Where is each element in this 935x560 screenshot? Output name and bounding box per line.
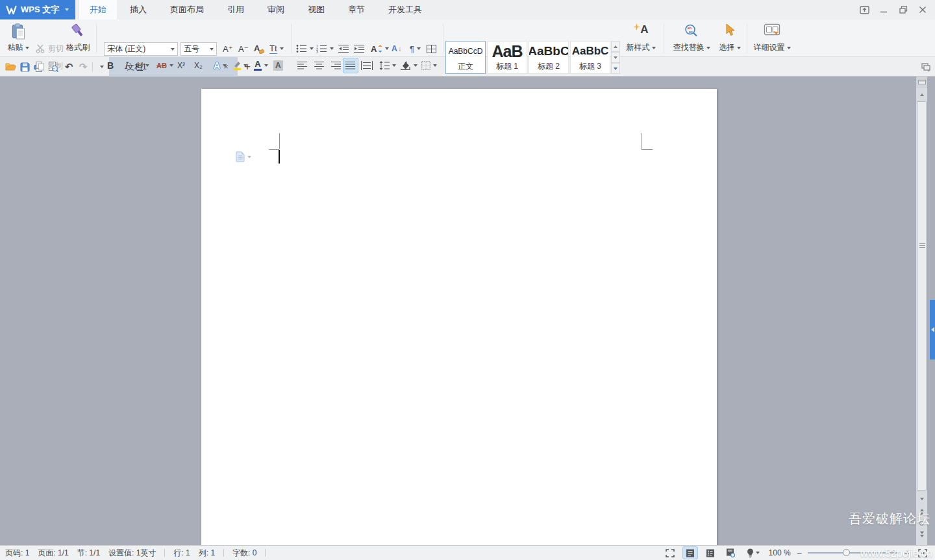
eye-protection-button[interactable] xyxy=(743,547,763,559)
table-grid-button[interactable] xyxy=(425,42,438,56)
page-view-button[interactable] xyxy=(683,547,697,559)
text-cursor xyxy=(279,150,280,164)
paragraph-mark-button[interactable]: ¶ xyxy=(408,42,423,56)
font-family-select[interactable]: 宋体 (正文) xyxy=(104,42,178,56)
style-heading2[interactable]: AaBbC 标题 2 xyxy=(529,41,569,74)
tab-view[interactable]: 视图 xyxy=(296,0,336,19)
select-button[interactable]: 选择 xyxy=(714,21,745,55)
distribute-button[interactable] xyxy=(359,58,375,73)
fullscreen-view-button[interactable] xyxy=(663,547,677,559)
format-painter-button[interactable]: 格式刷 xyxy=(62,21,94,55)
font-family-value: 宋体 (正文) xyxy=(107,43,145,55)
underline-button[interactable]: U xyxy=(135,58,151,73)
sort-letter: A xyxy=(392,44,397,53)
style-normal[interactable]: AaBbCcD 正文 xyxy=(445,41,486,74)
hide-window-button[interactable] xyxy=(854,0,874,19)
zoom-out-button[interactable]: − xyxy=(797,548,802,558)
sort-button[interactable]: A ↓ xyxy=(390,42,404,56)
justify-button[interactable] xyxy=(343,58,358,73)
next-page-button[interactable] xyxy=(916,529,927,540)
status-pages[interactable]: 页面: 1/1 xyxy=(38,548,68,559)
text-effect-button[interactable]: A xyxy=(212,58,229,73)
tab-insert[interactable]: 插入 xyxy=(118,0,158,19)
status-line[interactable]: 行: 1 xyxy=(173,548,190,559)
shrink-font-button[interactable]: A⁻ xyxy=(236,42,251,56)
grow-font-button[interactable]: A⁺ xyxy=(221,42,235,56)
shrink-font-label: A⁻ xyxy=(238,44,249,54)
superscript-button[interactable]: X² xyxy=(175,58,187,73)
vertical-scrollbar[interactable] xyxy=(916,77,927,545)
clear-format-button[interactable]: A xyxy=(252,42,266,56)
style-label: 标题 3 xyxy=(579,61,601,72)
align-right-button[interactable] xyxy=(329,58,343,73)
status-preset[interactable]: 设置值: 1英寸 xyxy=(108,548,156,559)
style-gallery-more-button[interactable] xyxy=(611,63,620,74)
style-heading3[interactable]: AaBbC 标题 3 xyxy=(570,41,610,74)
zoom-slider-handle[interactable] xyxy=(843,549,850,556)
divider xyxy=(223,549,224,557)
font-color-button[interactable]: A xyxy=(252,58,270,73)
borders-button[interactable] xyxy=(419,58,439,73)
task-pane-handle[interactable] xyxy=(930,300,935,359)
borders-icon xyxy=(421,61,430,70)
copy-button[interactable]: 复制 xyxy=(34,58,65,73)
style-gallery-down-button[interactable] xyxy=(611,52,620,63)
char-shading-button[interactable]: A xyxy=(271,58,285,73)
paste-options-button[interactable] xyxy=(235,151,251,162)
new-style-button[interactable]: A 新样式 xyxy=(623,21,658,55)
cut-button[interactable]: 剪切 xyxy=(34,42,66,56)
highlight-button[interactable] xyxy=(231,58,249,73)
task-window-button[interactable] xyxy=(919,60,932,73)
tab-references[interactable]: 引用 xyxy=(216,0,256,19)
document-area[interactable]: 吾爱破解论坛 xyxy=(0,77,935,545)
ruler-toggle-button[interactable] xyxy=(916,77,927,88)
close-button[interactable] xyxy=(913,0,932,19)
text-tool-button[interactable]: A xyxy=(369,42,391,56)
status-column[interactable]: 列: 1 xyxy=(199,548,215,559)
tab-review[interactable]: 审阅 xyxy=(256,0,296,19)
tab-home[interactable]: 开始 xyxy=(78,0,118,19)
align-left-button[interactable] xyxy=(295,58,310,73)
subscript-button[interactable]: X₂ xyxy=(192,58,205,73)
status-word-count[interactable]: 字数: 0 xyxy=(232,548,256,559)
style-gallery-up-button[interactable] xyxy=(611,41,620,52)
scrollbar-thumb[interactable] xyxy=(917,101,927,491)
italic-button[interactable]: I xyxy=(122,58,130,73)
minimize-button[interactable] xyxy=(874,0,893,19)
paste-button[interactable]: 粘贴 xyxy=(4,21,32,55)
tab-page-layout[interactable]: 页面布局 xyxy=(158,0,216,19)
shading-button[interactable] xyxy=(398,58,419,73)
close-icon xyxy=(919,6,927,14)
tab-section[interactable]: 章节 xyxy=(336,0,377,19)
strikethrough-button[interactable]: AB xyxy=(155,58,175,73)
open-button[interactable] xyxy=(4,60,17,73)
numbered-list-button[interactable]: 123 xyxy=(314,42,336,56)
bold-button[interactable]: B xyxy=(105,58,116,73)
outline-view-button[interactable] xyxy=(703,547,717,559)
font-size-select[interactable]: 五号 xyxy=(181,42,217,56)
scroll-down-button[interactable] xyxy=(916,493,927,504)
redo-button[interactable]: ↷ xyxy=(77,60,90,73)
chevron-down-icon xyxy=(756,552,760,554)
tab-developer[interactable]: 开发工具 xyxy=(377,0,434,19)
scroll-up-button[interactable] xyxy=(916,89,927,100)
line-spacing-button[interactable] xyxy=(377,58,398,73)
restore-button[interactable] xyxy=(893,0,913,19)
status-page-number[interactable]: 页码: 1 xyxy=(5,548,29,559)
status-section[interactable]: 节: 1/1 xyxy=(77,548,100,559)
decrease-indent-button[interactable] xyxy=(336,42,351,56)
align-center-button[interactable] xyxy=(312,58,327,73)
change-case-button[interactable]: Tt xyxy=(268,42,286,56)
zoom-level[interactable]: 100 % xyxy=(769,548,791,557)
document-page[interactable] xyxy=(201,89,717,545)
bullet-list-button[interactable] xyxy=(294,42,316,56)
web-layout-view-button[interactable] xyxy=(723,547,738,559)
style-heading1[interactable]: AaB 标题 1 xyxy=(487,41,527,74)
app-menu-button[interactable]: WPS 文字 xyxy=(0,0,75,19)
sparkle-icon xyxy=(633,23,640,30)
increase-indent-button[interactable] xyxy=(352,42,366,56)
highlight-color-bar xyxy=(233,68,241,70)
save-button[interactable] xyxy=(18,60,31,73)
find-replace-button[interactable]: abac 查找替换 xyxy=(669,21,714,55)
detail-settings-button[interactable]: 详细设置 xyxy=(751,21,793,55)
